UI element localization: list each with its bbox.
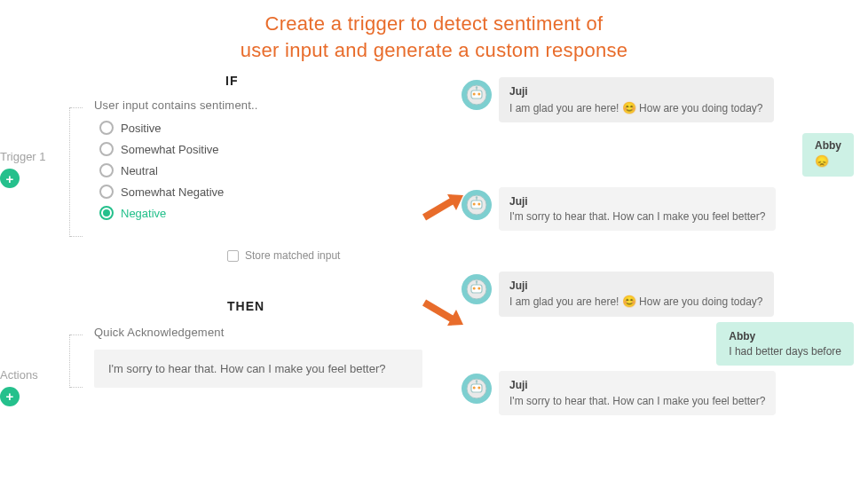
radio-somewhat-positive[interactable]: Somewhat Positive: [99, 142, 462, 156]
bot-message: Juji I'm sorry to hear that. How can I m…: [499, 371, 776, 414]
user-message: Abby I had better days before: [716, 322, 854, 366]
message-text-suffix: How are you doing today?: [636, 102, 763, 114]
acknowledgement-text[interactable]: I'm sorry to hear that. How can I make y…: [94, 350, 422, 388]
svg-point-11: [476, 196, 477, 198]
sender-name: Juji: [509, 84, 763, 98]
svg-point-21: [477, 387, 480, 390]
radio-label: Negative: [121, 207, 166, 220]
radio-positive[interactable]: Positive: [99, 121, 462, 135]
message-text: I'm sorry to hear that. How can I make y…: [509, 210, 765, 223]
actions-side-label: Actions +: [0, 368, 38, 406]
radio-icon: [99, 185, 114, 199]
bracket-line: [69, 107, 82, 237]
trigger-side-label: Trigger 1 +: [0, 150, 46, 188]
sad-emoji-icon: 😞: [815, 154, 829, 168]
trigger-label-text: Trigger 1: [0, 150, 46, 163]
svg-point-3: [477, 93, 480, 96]
radio-label: Somewhat Negative: [121, 185, 224, 199]
arrow-icon: [421, 295, 465, 329]
bot-avatar: [462, 274, 492, 304]
sender-name: Juji: [509, 194, 765, 209]
radio-icon: [99, 142, 114, 156]
radio-icon: [99, 121, 114, 135]
radio-somewhat-negative[interactable]: Somewhat Negative: [99, 185, 462, 199]
svg-point-23: [476, 381, 477, 382]
message-text-prefix: I am glad you are here!: [509, 295, 622, 308]
page-title: Create a trigger to detect sentiment of …: [0, 0, 868, 68]
message-text-prefix: I am glad you are here!: [509, 102, 622, 114]
trigger-header: User input contains sentiment..: [94, 98, 462, 112]
bot-avatar: [462, 374, 492, 404]
message-text-suffix: How are you doing today?: [636, 295, 763, 308]
actions-label-text: Actions: [0, 368, 38, 382]
radio-label: Somewhat Positive: [121, 143, 219, 156]
chat-example-2: Juji I am glad you are here! 😊 How are y…: [462, 272, 854, 418]
store-matched-checkbox[interactable]: [227, 250, 239, 262]
svg-point-14: [473, 287, 476, 290]
svg-point-20: [473, 387, 476, 390]
sender-name: Abby: [815, 138, 841, 153]
svg-point-15: [477, 287, 480, 290]
bot-avatar: [462, 190, 492, 220]
sender-name: Juji: [509, 378, 765, 392]
svg-point-5: [476, 87, 477, 89]
bracket-line: [69, 335, 82, 388]
bot-message: Juji I am glad you are here! 😊 How are y…: [499, 272, 774, 317]
add-action-button[interactable]: +: [0, 387, 20, 406]
radio-neutral[interactable]: Neutral: [99, 163, 462, 177]
sender-name: Abby: [729, 329, 841, 343]
chat-example-1: Juji I am glad you are here! 😊 How are y…: [462, 77, 854, 234]
smile-emoji-icon: 😊: [622, 101, 636, 114]
radio-icon: [99, 163, 114, 177]
sender-name: Juji: [509, 279, 763, 293]
message-text: I'm sorry to hear that. How can I make y…: [509, 395, 765, 407]
radio-label: Neutral: [121, 164, 158, 177]
title-line-2: user input and generate a custom respons…: [241, 39, 628, 61]
svg-point-17: [476, 281, 477, 283]
bot-message: Juji I'm sorry to hear that. How can I m…: [499, 187, 776, 231]
add-trigger-button[interactable]: +: [0, 169, 20, 188]
store-matched-label: Store matched input: [245, 249, 340, 262]
message-text: I had better days before: [729, 345, 841, 358]
bot-message: Juji I am glad you are here! 😊 How are y…: [499, 77, 774, 122]
arrow-icon: [421, 191, 465, 224]
if-label: IF: [225, 74, 462, 88]
bot-avatar: [462, 80, 492, 110]
smile-emoji-icon: 😊: [622, 295, 636, 308]
action-header: Quick Acknowledgement: [94, 326, 462, 339]
radio-negative[interactable]: Negative: [99, 206, 462, 220]
svg-point-9: [477, 202, 480, 205]
radio-label: Positive: [121, 122, 162, 135]
svg-point-8: [473, 202, 476, 205]
radio-icon: [99, 206, 114, 220]
title-line-1: Create a trigger to detect sentiment of: [264, 12, 603, 35]
user-message: Abby 😞: [802, 133, 854, 177]
svg-point-2: [473, 93, 476, 96]
